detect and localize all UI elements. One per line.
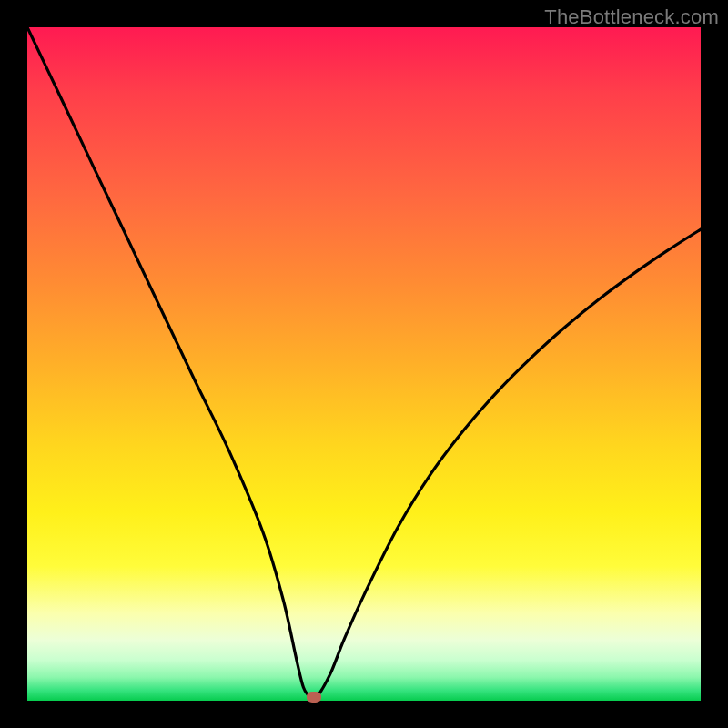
chart-frame: TheBottleneck.com (0, 0, 728, 728)
plot-area (27, 27, 701, 701)
optimal-marker (307, 692, 321, 703)
curve-svg (27, 27, 701, 701)
watermark-text: TheBottleneck.com (544, 5, 719, 29)
bottleneck-curve (27, 27, 701, 699)
